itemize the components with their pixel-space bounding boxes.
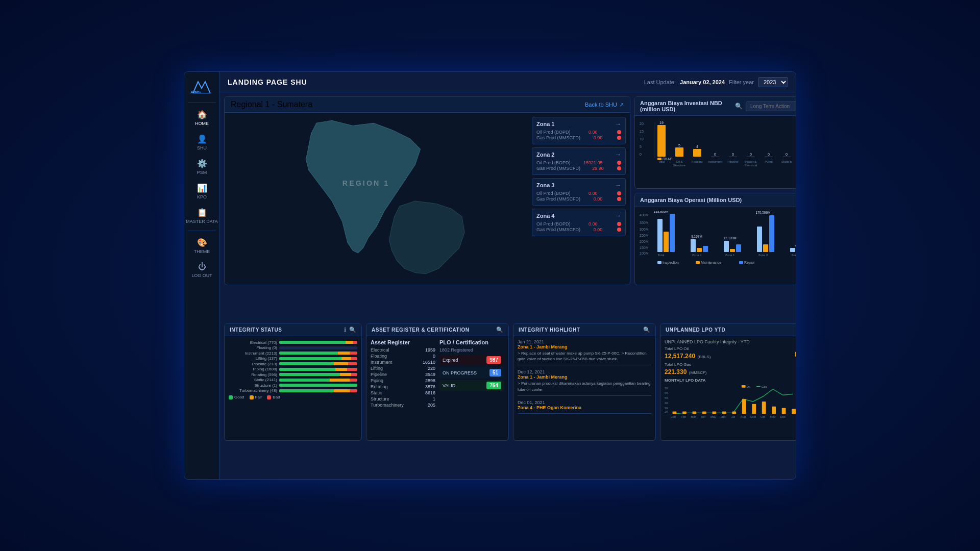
app-container: AIMS 🏠 HOME 👤 SHU ⚙️ PSM 📊 KPO 📋 MASTER … <box>184 71 796 480</box>
svg-text:Floating: Floating <box>692 160 702 163</box>
svg-text:5K: 5K <box>665 396 668 399</box>
bar-good <box>279 341 346 344</box>
asset-value: 16510 <box>423 360 435 365</box>
integrity-bar-container <box>279 357 357 360</box>
theme-icon: 🎨 <box>197 238 207 247</box>
svg-text:Oil: Oil <box>747 385 750 388</box>
asset-list-title: Asset Register <box>371 339 435 345</box>
svg-text:2K: 2K <box>665 410 668 413</box>
svg-rect-73 <box>739 261 743 264</box>
svg-text:4: 4 <box>696 145 698 148</box>
filter-year-select[interactable]: 202320222021 <box>758 77 788 87</box>
zona3-name: Zona 3 <box>536 182 554 188</box>
svg-rect-94 <box>772 407 776 414</box>
lpo-oil-label: Total LPO Oil <box>665 346 710 351</box>
sidebar-label-logout: LOG OUT <box>191 273 212 278</box>
zona1-oil-label: Oil Prod (BOPD) <box>536 130 571 135</box>
asset-label: Floating <box>371 354 387 359</box>
integrity-status-body: Electrical (770) Floating (0) Instrument… <box>225 336 361 440</box>
cert-number: 51 <box>489 369 501 377</box>
bar-bad <box>350 379 357 382</box>
svg-text:Structure: Structure <box>673 164 686 167</box>
asset-register-row: Floating0 <box>371 354 435 359</box>
zona4-gas-dot <box>617 228 621 232</box>
map-header: Regional 1 - Sumatera Back to SHU ↗ <box>225 97 630 113</box>
svg-rect-90 <box>732 411 736 414</box>
highlight-zone: Zona 1 - Jambi Merang <box>518 374 651 380</box>
integrity-highlight-search-icon[interactable]: 🔍 <box>643 327 650 333</box>
investment-search-icon[interactable]: 🔍 <box>735 103 743 110</box>
zona2-gas-dot <box>617 166 621 170</box>
asset-label: Lifting <box>371 366 383 371</box>
lpo-oil-stat: Total LPO Oil 12,517.240 (BBLS) <box>665 346 710 360</box>
integrity-status-header: INTEGRITY STATUS ℹ 🔍 <box>225 324 361 336</box>
svg-text:RKAP: RKAP <box>663 157 672 161</box>
svg-text:Zona 1: Zona 1 <box>725 254 735 257</box>
bar-good <box>279 373 340 376</box>
svg-rect-51 <box>703 246 708 252</box>
sidebar-item-shu[interactable]: 👤 SHU <box>184 130 219 155</box>
integrity-bar-row: Electrical (770) <box>229 340 357 345</box>
integrity-bars: Electrical (770) Floating (0) Instrument… <box>229 340 357 393</box>
map-panel: Regional 1 - Sumatera Back to SHU ↗ <box>224 96 630 285</box>
sidebar-item-psm[interactable]: ⚙️ PSM <box>184 155 219 179</box>
back-to-shu-button[interactable]: Back to SHU ↗ <box>585 102 624 108</box>
svg-text:Maintenance: Maintenance <box>701 261 721 264</box>
integrity-bar-label: Rotating (596) <box>229 372 277 377</box>
integrity-search-icon[interactable]: 🔍 <box>349 327 356 333</box>
top-section: Regional 1 - Sumatera Back to SHU ↗ <box>224 96 796 285</box>
lpo-oil-value: 12,517.240 <box>665 353 695 360</box>
integrity-bar-container <box>279 368 357 371</box>
svg-rect-55 <box>730 249 735 252</box>
zona4-arrow[interactable]: → <box>615 212 621 219</box>
asset-label: Electrical <box>371 347 389 353</box>
zona3-oil-value: 0.00 <box>589 191 598 196</box>
svg-text:0: 0 <box>795 244 796 247</box>
svg-text:Jul: Jul <box>731 415 735 418</box>
integrity-info-icon[interactable]: ℹ <box>344 327 346 333</box>
lpo-highest-stat: Highest Rokan <box>795 346 796 360</box>
header: LANDING PAGE SHU Last Update: January 02… <box>220 72 796 92</box>
lpo-monthly-title: MONTHLY LPO DATA <box>665 378 796 383</box>
zona4-gas-label: Gas Prod (MMSCFD) <box>536 227 580 232</box>
svg-text:Pump: Pump <box>765 160 773 163</box>
svg-text:Mar: Mar <box>691 415 696 418</box>
sidebar-item-master-data[interactable]: 📋 MASTER DATA <box>184 204 219 228</box>
sidebar-item-logout[interactable]: ⏻ LOG OUT <box>184 258 219 282</box>
bar-fair <box>330 379 349 382</box>
zone-card-1: Zona 1 → Oil Prod (BOPD) 0.00 Gas Prod (… <box>532 117 626 144</box>
lpo-body: UNPLANNED LPO Facility Integrity - YTD T… <box>660 336 796 440</box>
zona2-arrow[interactable]: → <box>615 151 621 158</box>
integrity-bar-row: Lifting (137) <box>229 356 357 361</box>
sidebar-item-kpo[interactable]: 📊 KPO <box>184 179 219 204</box>
zona4-oil-label: Oil Prod (BOPD) <box>536 221 571 227</box>
lpo-gas-row: Total LPO Gas 221.330 (MMSCF) <box>665 362 796 376</box>
asset-register-header: ASSET REGISTER & CERTIFICATION 🔍 <box>366 324 508 336</box>
svg-rect-91 <box>742 399 746 414</box>
asset-register-row: Structure1 <box>371 396 435 402</box>
svg-rect-17 <box>729 157 737 157</box>
svg-text:Pipeline: Pipeline <box>727 160 739 163</box>
highlight-zone: Zona 1 - Jambi Merang <box>518 344 651 349</box>
zona3-arrow[interactable]: → <box>615 182 621 189</box>
bar-fair <box>346 341 353 344</box>
zona1-arrow[interactable]: → <box>615 120 621 128</box>
svg-rect-93 <box>762 402 766 414</box>
cert-label: Expired <box>443 358 458 363</box>
svg-text:5: 5 <box>640 145 642 148</box>
svg-rect-95 <box>782 408 786 414</box>
svg-rect-60 <box>763 244 768 252</box>
investment-panel-title: Anggaran Biaya Investasi NBD (million US… <box>640 100 735 112</box>
svg-text:Apr: Apr <box>701 415 705 418</box>
integrity-highlight-title: INTEGRITY HIGHLIGHT <box>519 327 580 333</box>
svg-text:Inspection: Inspection <box>663 261 679 265</box>
asset-label: Piping <box>371 378 383 383</box>
asset-register-search-icon[interactable]: 🔍 <box>496 327 503 333</box>
investment-search-input[interactable] <box>746 102 796 111</box>
svg-rect-45 <box>664 232 669 252</box>
integrity-bar-row: Piping (1608) <box>229 367 357 371</box>
zona2-name: Zona 2 <box>536 152 554 158</box>
svg-rect-71 <box>696 261 700 264</box>
sidebar-item-theme[interactable]: 🎨 THEME <box>184 234 219 258</box>
sidebar-item-home[interactable]: 🏠 HOME <box>184 106 219 130</box>
